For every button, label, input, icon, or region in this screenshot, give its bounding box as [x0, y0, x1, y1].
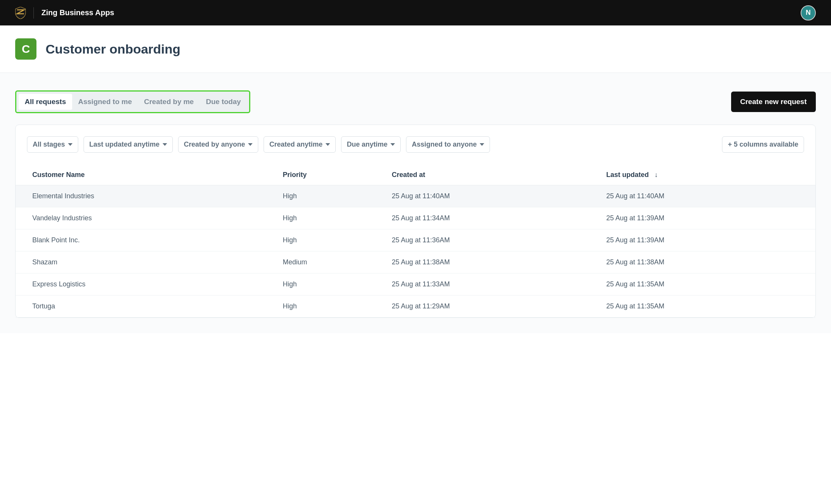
table-header-row: Customer Name Priority Created at Last u… — [16, 165, 815, 185]
chevron-down-icon — [390, 143, 395, 146]
tab-assigned-to-me[interactable]: Assigned to me — [72, 94, 138, 110]
chevron-down-icon — [325, 143, 330, 146]
filter-label: Created by anyone — [184, 141, 245, 149]
avatar-initial: N — [806, 9, 811, 17]
table-row[interactable]: Elemental IndustriesHigh25 Aug at 11:40A… — [16, 185, 815, 207]
cell-customer-name: Vandelay Industries — [16, 207, 277, 229]
filter-created-by[interactable]: Created by anyone — [178, 136, 258, 153]
cell-customer-name: Elemental Industries — [16, 185, 277, 207]
filter-assigned-to-anyone[interactable]: Assigned to anyone — [406, 136, 490, 153]
cell-priority: Medium — [277, 251, 386, 273]
topbar-divider — [33, 7, 34, 19]
page-icon: C — [15, 38, 36, 60]
create-new-request-button[interactable]: Create new request — [731, 92, 816, 112]
filters-row: All stages Last updated anytime Created … — [16, 136, 815, 160]
arrow-down-icon: ↓ — [654, 171, 658, 179]
cell-priority: High — [277, 185, 386, 207]
cell-last-updated: 25 Aug at 11:40AM — [601, 185, 815, 207]
table-row[interactable]: TortugaHigh25 Aug at 11:29AM25 Aug at 11… — [16, 295, 815, 318]
topbar: Zing Business Apps N — [0, 0, 831, 25]
cell-customer-name: Blank Point Inc. — [16, 229, 277, 251]
cell-created-at: 25 Aug at 11:33AM — [386, 273, 601, 295]
columns-available-button[interactable]: + 5 columns available — [722, 136, 804, 153]
filter-label: Created anytime — [269, 141, 322, 149]
tabs-box: All requests Assigned to me Created by m… — [15, 90, 250, 113]
col-last-updated[interactable]: Last updated ↓ — [601, 165, 815, 185]
cell-customer-name: Express Logistics — [16, 273, 277, 295]
cell-created-at: 25 Aug at 11:34AM — [386, 207, 601, 229]
table-row[interactable]: Blank Point Inc.High25 Aug at 11:36AM25 … — [16, 229, 815, 251]
cell-customer-name: Shazam — [16, 251, 277, 273]
cell-last-updated: 25 Aug at 11:38AM — [601, 251, 815, 273]
filter-label: All stages — [33, 141, 65, 149]
filter-label: Due anytime — [347, 141, 387, 149]
table-row[interactable]: Express LogisticsHigh25 Aug at 11:33AM25… — [16, 273, 815, 295]
filter-due-anytime[interactable]: Due anytime — [341, 136, 401, 153]
columns-available-label: + 5 columns available — [728, 141, 798, 149]
topbar-left: Zing Business Apps — [15, 7, 114, 19]
cell-priority: High — [277, 273, 386, 295]
table-row[interactable]: ShazamMedium25 Aug at 11:38AM25 Aug at 1… — [16, 251, 815, 273]
filters-left: All stages Last updated anytime Created … — [27, 136, 717, 158]
cell-created-at: 25 Aug at 11:29AM — [386, 295, 601, 318]
cell-priority: High — [277, 229, 386, 251]
avatar[interactable]: N — [801, 5, 816, 21]
content: All requests Assigned to me Created by m… — [0, 73, 831, 333]
requests-table: Customer Name Priority Created at Last u… — [16, 165, 815, 318]
cell-created-at: 25 Aug at 11:40AM — [386, 185, 601, 207]
col-last-updated-label: Last updated — [606, 171, 649, 179]
app-name[interactable]: Zing Business Apps — [41, 8, 114, 17]
cell-last-updated: 25 Aug at 11:39AM — [601, 229, 815, 251]
col-priority[interactable]: Priority — [277, 165, 386, 185]
filter-last-updated[interactable]: Last updated anytime — [84, 136, 173, 153]
shield-logo-icon — [15, 7, 26, 19]
chevron-down-icon — [248, 143, 253, 146]
tabs-row: All requests Assigned to me Created by m… — [15, 73, 816, 125]
page-title: Customer onboarding — [46, 42, 180, 57]
tab-all-requests[interactable]: All requests — [19, 94, 72, 110]
table-row[interactable]: Vandelay IndustriesHigh25 Aug at 11:34AM… — [16, 207, 815, 229]
tab-due-today[interactable]: Due today — [200, 94, 247, 110]
cell-last-updated: 25 Aug at 11:35AM — [601, 295, 815, 318]
cell-last-updated: 25 Aug at 11:35AM — [601, 273, 815, 295]
chevron-down-icon — [163, 143, 167, 146]
cell-created-at: 25 Aug at 11:38AM — [386, 251, 601, 273]
filter-label: Assigned to anyone — [412, 141, 477, 149]
chevron-down-icon — [480, 143, 484, 146]
cell-created-at: 25 Aug at 11:36AM — [386, 229, 601, 251]
col-customer-name[interactable]: Customer Name — [16, 165, 277, 185]
filter-created-anytime[interactable]: Created anytime — [264, 136, 336, 153]
cell-last-updated: 25 Aug at 11:39AM — [601, 207, 815, 229]
chevron-down-icon — [68, 143, 73, 146]
table-area: Customer Name Priority Created at Last u… — [16, 165, 815, 318]
cell-priority: High — [277, 295, 386, 318]
tab-created-by-me[interactable]: Created by me — [138, 94, 200, 110]
col-created-at[interactable]: Created at — [386, 165, 601, 185]
filter-label: Last updated anytime — [89, 141, 160, 149]
cell-customer-name: Tortuga — [16, 295, 277, 318]
cell-priority: High — [277, 207, 386, 229]
requests-panel: All stages Last updated anytime Created … — [15, 125, 816, 318]
page-icon-letter: C — [22, 43, 30, 55]
filter-all-stages[interactable]: All stages — [27, 136, 78, 153]
page-header: C Customer onboarding — [0, 25, 831, 73]
